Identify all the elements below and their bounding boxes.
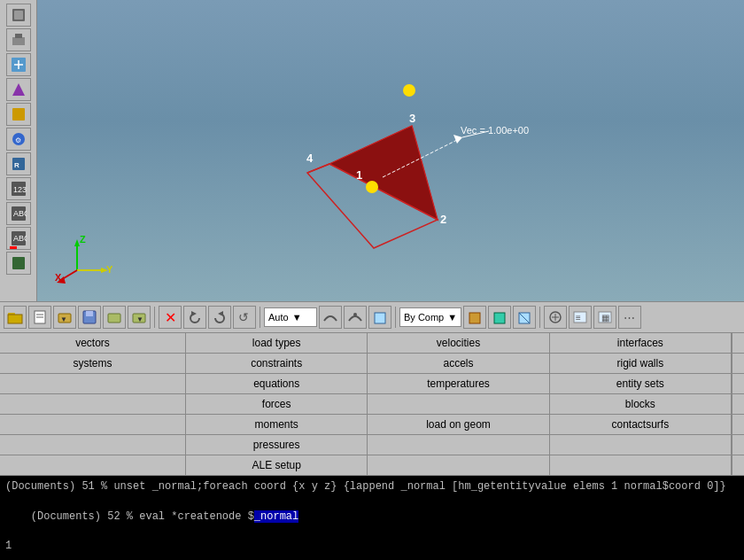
menu-cell-contactsurfs[interactable]: contactsurfs xyxy=(550,415,732,434)
toolbar-icon-1[interactable] xyxy=(6,4,31,27)
tb-undo-btn[interactable] xyxy=(183,306,206,329)
svg-rect-2 xyxy=(12,37,25,45)
menu-cell-forces[interactable]: forces xyxy=(186,394,368,414)
svg-text:2: 2 xyxy=(440,213,446,226)
svg-text:ABC: ABC xyxy=(13,234,27,243)
svg-rect-60 xyxy=(469,313,480,323)
console-area[interactable]: (Documents) 51 % unset _normal;foreach c… xyxy=(0,476,744,560)
bycomp-dropdown[interactable]: By Comp ▼ xyxy=(399,307,461,327)
tb-export2-btn[interactable]: ▼ xyxy=(128,306,151,329)
toolbar-icon-10[interactable]: ABC xyxy=(6,227,31,250)
tb-sep-4 xyxy=(539,307,540,328)
menu-grid: vectors load types velocities interfaces… xyxy=(0,333,744,476)
toolbar-icon-5[interactable] xyxy=(6,103,31,126)
svg-marker-56 xyxy=(218,311,223,316)
tb-misc3-btn[interactable]: ▦ xyxy=(593,306,616,329)
menu-cell-rigid-walls[interactable]: rigid walls xyxy=(550,354,732,373)
svg-text:▼: ▼ xyxy=(136,315,143,323)
tb-import-btn[interactable]: ▼ xyxy=(53,306,76,329)
svg-text:ABC: ABC xyxy=(13,209,27,218)
svg-point-58 xyxy=(353,313,357,316)
menu-cell-empty-6c xyxy=(550,435,732,455)
svg-text:R: R xyxy=(14,161,19,169)
svg-rect-1 xyxy=(14,11,23,19)
svg-text:Y: Y xyxy=(106,264,113,275)
menu-cell-load-on-geom[interactable]: load on geom xyxy=(368,415,549,434)
menu-cell-empty-4b xyxy=(368,394,549,414)
toolbar-icon-3[interactable] xyxy=(6,53,31,76)
menu-cell-empty-5 xyxy=(0,415,186,434)
svg-text:1: 1 xyxy=(356,168,362,182)
console-line-2: (Documents) 52 % eval *createnode $_norm… xyxy=(5,494,739,539)
toolbar-icon-6[interactable]: ⚙ xyxy=(6,128,31,151)
toolbar-icon-7[interactable]: R xyxy=(6,152,31,175)
menu-row-7: ALE setup xyxy=(0,455,744,475)
tb-cube2-btn[interactable] xyxy=(463,306,486,329)
svg-point-27 xyxy=(403,84,415,97)
svg-rect-3 xyxy=(15,34,22,38)
svg-text:⋯: ⋯ xyxy=(624,311,635,324)
menu-cell-entity-sets[interactable]: entity sets xyxy=(550,374,732,393)
menu-cell-empty-7b xyxy=(368,455,549,475)
menu-cell-ale-setup[interactable]: ALE setup xyxy=(186,455,368,475)
toolbar-icon-11[interactable] xyxy=(6,252,31,275)
menu-cell-empty-6 xyxy=(0,435,186,455)
svg-rect-8 xyxy=(12,108,25,121)
menu-cell-empty-4 xyxy=(0,394,186,414)
tb-cube4-btn[interactable] xyxy=(513,306,536,329)
tb-redo-btn[interactable] xyxy=(208,306,231,329)
svg-text:↺: ↺ xyxy=(238,310,249,324)
tb-cube-btn[interactable] xyxy=(368,306,391,329)
toolbar-icon-9[interactable]: ABC xyxy=(6,202,31,225)
menu-cell-load-types[interactable]: load types xyxy=(186,333,368,353)
tb-refresh-btn[interactable]: ↺ xyxy=(233,306,256,329)
tb-curve-btn[interactable] xyxy=(319,306,342,329)
tb-sep-2 xyxy=(260,307,260,328)
bycomp-label: By Comp xyxy=(404,312,444,323)
menu-cell-interfaces[interactable]: interfaces xyxy=(550,333,732,353)
tb-file-btn[interactable] xyxy=(28,306,51,329)
tb-misc1-btn[interactable] xyxy=(544,306,567,329)
console-line-3: 1 xyxy=(5,539,739,554)
menu-cell-accels[interactable]: accels xyxy=(368,354,549,373)
menu-cell-pressures[interactable]: pressures xyxy=(186,435,368,455)
toolbar-row: ▼ ▼ ✕ ↺ Auto ▼ By Comp ▼ xyxy=(0,301,744,333)
menu-cell-temperatures[interactable]: temperatures xyxy=(368,374,549,393)
tb-cube3-btn[interactable] xyxy=(488,306,511,329)
svg-text:▦: ▦ xyxy=(601,313,609,323)
toolbar-icon-2[interactable] xyxy=(6,28,31,51)
3d-viewport[interactable]: ⚙ R 123 ABC ABC xyxy=(0,0,744,301)
tb-misc2-btn[interactable]: ≡ xyxy=(569,306,592,329)
menu-row-4: forces blocks xyxy=(0,394,744,415)
menu-row-6: pressures xyxy=(0,435,744,455)
auto-arrow: ▼ xyxy=(292,312,302,323)
tb-save-btn[interactable] xyxy=(78,306,101,329)
menu-cell-constraints[interactable]: constraints xyxy=(186,354,368,373)
tb-open-btn[interactable] xyxy=(4,306,27,329)
svg-text:≡: ≡ xyxy=(576,313,581,323)
toolbar-icon-8[interactable]: 123 xyxy=(6,177,31,200)
tb-export-btn[interactable] xyxy=(103,306,126,329)
svg-rect-51 xyxy=(86,311,93,316)
menu-cell-vectors[interactable]: vectors xyxy=(0,333,186,353)
menu-cell-velocities[interactable]: velocities xyxy=(368,333,549,353)
tb-delete-btn[interactable]: ✕ xyxy=(159,306,182,329)
tb-misc4-btn[interactable]: ⋯ xyxy=(618,306,641,329)
toolbar-icon-4[interactable] xyxy=(6,78,31,101)
menu-cell-equations[interactable]: equations xyxy=(186,374,368,393)
auto-dropdown[interactable]: Auto ▼ xyxy=(264,307,317,327)
axis-indicator: Z Y X xyxy=(55,230,117,284)
console-highlight-normal-1: _normal xyxy=(254,510,298,523)
svg-text:4: 4 xyxy=(306,152,314,165)
tb-curve2-btn[interactable] xyxy=(344,306,367,329)
svg-marker-30 xyxy=(453,135,462,144)
menu-row-3: equations temperatures entity sets xyxy=(0,374,744,394)
menu-cell-moments[interactable]: moments xyxy=(186,415,368,434)
console-line-2-pre: (Documents) 52 % eval *createnode $ xyxy=(31,510,254,523)
console-line-1: (Documents) 51 % unset _normal;foreach c… xyxy=(5,479,739,494)
menu-cell-systems[interactable]: systems xyxy=(0,354,186,373)
3d-scene: 1 2 3 4 Vec = 1.00e+00 Z xyxy=(37,0,744,301)
menu-cell-empty-3 xyxy=(0,374,186,393)
menu-cell-blocks[interactable]: blocks xyxy=(550,394,732,414)
left-toolbar: ⚙ R 123 ABC ABC xyxy=(0,0,37,301)
